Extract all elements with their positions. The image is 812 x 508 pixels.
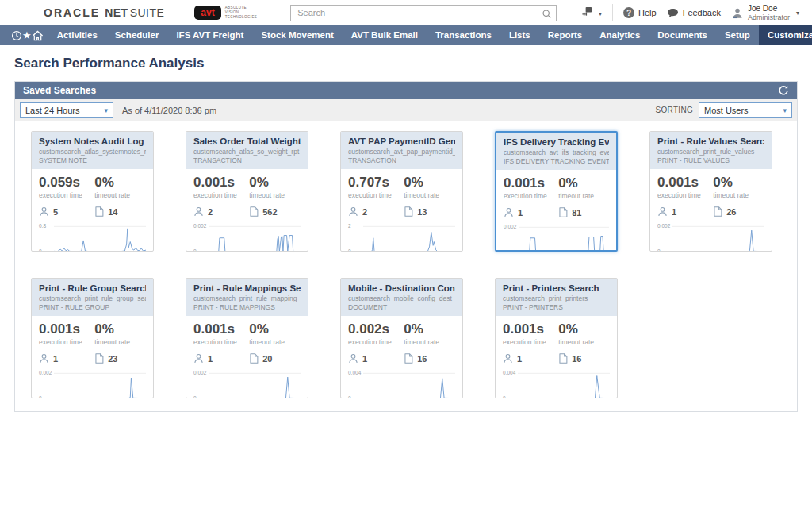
users-count: 1 bbox=[517, 354, 522, 364]
nav-item-lists[interactable]: Lists bbox=[500, 25, 539, 45]
nav-item-scheduler[interactable]: Scheduler bbox=[106, 25, 168, 45]
timeout-rate-value: 0% bbox=[94, 321, 146, 337]
timeout-rate-value: 0% bbox=[713, 175, 764, 190]
nav-item-stock-movement[interactable]: Stock Movement bbox=[252, 25, 342, 45]
top-header: ORACLE NET SUITE avt Absolute Vision Tec… bbox=[0, 0, 812, 25]
sparkline: 0.0020 bbox=[39, 369, 146, 398]
documents-count: 23 bbox=[108, 354, 117, 364]
execution-time-value: 0.002s bbox=[348, 321, 404, 337]
help-button[interactable]: ? Help bbox=[623, 7, 657, 18]
sparkline: 0.0020 bbox=[504, 223, 609, 252]
spark-ymin-label: 0 bbox=[504, 249, 517, 252]
execution-time-label: execution time bbox=[193, 338, 249, 346]
execution-time-label: execution time bbox=[39, 191, 94, 199]
users-icon bbox=[193, 206, 204, 217]
shortcuts-star-icon[interactable]: ★ bbox=[22, 25, 32, 45]
user-avatar-icon bbox=[731, 7, 744, 19]
sorting-select[interactable]: Most Users bbox=[699, 102, 792, 118]
spark-ymax-label: 0.002 bbox=[657, 223, 671, 229]
card-title: Print - Rule Values Search bbox=[657, 137, 764, 146]
global-search bbox=[290, 5, 557, 21]
search-card[interactable]: Print - Rule Group Searchcustomsearch_pr… bbox=[31, 278, 154, 398]
quick-add-icon[interactable] bbox=[581, 6, 602, 21]
nav-item-documents[interactable]: Documents bbox=[649, 25, 716, 45]
card-title: AVT PAP PaymentID Genera... bbox=[348, 137, 455, 146]
timeout-rate-label: timeout rate bbox=[404, 338, 455, 346]
card-record-type: DOCUMENT bbox=[348, 303, 455, 311]
user-menu[interactable]: Joe Doe Administrator bbox=[731, 4, 799, 21]
sparkline: 0.80 bbox=[39, 222, 146, 252]
user-name: Joe Doe bbox=[748, 4, 790, 13]
avt-logo: avt Absolute Vision Technologies bbox=[194, 6, 257, 20]
search-card[interactable]: AVT PAP PaymentID Genera...customsearch_… bbox=[340, 131, 463, 252]
search-card[interactable]: System Notes Audit Logcustomsearch_atlas… bbox=[31, 131, 154, 252]
sparkline-chart bbox=[209, 369, 301, 398]
time-range-select[interactable]: Last 24 Hours bbox=[20, 102, 113, 118]
nav-item-activities[interactable]: Activities bbox=[48, 25, 106, 45]
sorting-value: Most Users bbox=[704, 106, 749, 115]
recent-records-clock-icon[interactable] bbox=[11, 25, 22, 45]
nav-item-avt-bulk-email[interactable]: AVT Bulk Email bbox=[343, 25, 427, 45]
page-title: Search Performance Analysis bbox=[14, 56, 812, 71]
netsuite-logo-text: NET bbox=[105, 6, 128, 19]
search-card[interactable]: Sales Order Total Weightcustomsearch_atl… bbox=[186, 131, 308, 252]
search-card[interactable]: Print - Rule Values Searchcustomsearch_p… bbox=[649, 131, 772, 252]
execution-time-label: execution time bbox=[348, 338, 404, 346]
timeout-rate-value: 0% bbox=[94, 175, 146, 190]
sparkline: 20 bbox=[348, 222, 455, 252]
card-script-id: customsearch_avt_pap_paymentid_ge... bbox=[348, 148, 455, 156]
card-title: Print - Printers Search bbox=[503, 283, 610, 293]
card-script-id: customsearch_print_rule_group_search bbox=[39, 294, 146, 302]
panel-title: Saved Searches bbox=[23, 85, 96, 96]
nav-bar: ★ ActivitiesSchedulerIFS AVT FreightStoc… bbox=[0, 25, 812, 45]
card-script-id: customsearch_avt_ifs_tracking_event_1 bbox=[504, 148, 609, 156]
nav-item-ifs-avt-freight[interactable]: IFS AVT Freight bbox=[167, 25, 252, 45]
card-script-id: customsearch_print_rule_values bbox=[657, 148, 764, 156]
timeout-rate-value: 0% bbox=[558, 321, 610, 337]
feedback-button[interactable]: Feedback bbox=[667, 8, 721, 18]
card-record-type: SYSTEM NOTE bbox=[39, 156, 146, 164]
search-input[interactable] bbox=[290, 5, 557, 21]
sparkline: 0.0040 bbox=[503, 369, 610, 398]
nav-item-analytics[interactable]: Analytics bbox=[591, 25, 649, 45]
sparkline: 0.0020 bbox=[657, 222, 764, 252]
execution-time-value: 0.707s bbox=[348, 175, 404, 190]
spark-ymax-label: 0.8 bbox=[39, 223, 52, 229]
as-of-timestamp: As of 4/11/2020 8:36 pm bbox=[122, 106, 216, 115]
card-body: 0.002sexecution time0%timeout rate1160.0… bbox=[341, 316, 462, 398]
spark-ymin-label: 0 bbox=[348, 248, 362, 252]
card-record-type: PRINT - PRINTERS bbox=[503, 303, 610, 311]
execution-time-value: 0.001s bbox=[39, 321, 94, 337]
nav-item-reports[interactable]: Reports bbox=[539, 25, 591, 45]
sparkline-chart bbox=[54, 222, 146, 252]
documents-icon bbox=[94, 353, 104, 364]
documents-count: 16 bbox=[417, 354, 427, 364]
spark-ymax-label: 0.004 bbox=[503, 370, 516, 375]
refresh-icon[interactable] bbox=[778, 85, 789, 96]
home-icon[interactable] bbox=[32, 25, 44, 45]
card-body: 0.001sexecution time0%timeout rate1810.0… bbox=[496, 170, 616, 252]
search-card[interactable]: IFS Delivery Tracking Event ...customsea… bbox=[495, 131, 618, 252]
sorting-control: SORTING Most Users bbox=[656, 102, 792, 118]
search-card[interactable]: Print - Printers Searchcustomsearch_prin… bbox=[495, 278, 618, 398]
spark-ymin-label: 0 bbox=[657, 248, 671, 252]
saved-searches-panel: Saved Searches Last 24 Hours As of 4/11/… bbox=[14, 81, 798, 412]
card-record-type: PRINT - RULE GROUP bbox=[39, 303, 146, 311]
timeout-rate-value: 0% bbox=[558, 175, 609, 191]
timeout-rate-value: 0% bbox=[404, 321, 455, 337]
execution-time-value: 0.001s bbox=[503, 321, 558, 337]
sparkline-chart bbox=[519, 223, 609, 252]
card-body: 0.001sexecution time0%timeout rate1200.0… bbox=[186, 316, 308, 398]
nav-item-setup[interactable]: Setup bbox=[716, 25, 759, 45]
sparkline-chart bbox=[518, 369, 610, 398]
nav-item-customization[interactable]: Customization bbox=[759, 25, 812, 45]
search-icon[interactable] bbox=[542, 8, 552, 22]
nav-item-transactions[interactable]: Transactions bbox=[427, 25, 500, 45]
user-role: Administrator bbox=[748, 13, 790, 21]
search-card[interactable]: Print - Rule Mappings Searchcustomsearch… bbox=[186, 278, 308, 398]
timeout-rate-label: timeout rate bbox=[558, 338, 610, 346]
card-header: Sales Order Total Weightcustomsearch_atl… bbox=[186, 132, 308, 169]
search-card[interactable]: Mobile - Destination Config ...customsea… bbox=[340, 278, 463, 398]
card-header: Mobile - Destination Config ...customsea… bbox=[341, 279, 462, 316]
timeout-rate-label: timeout rate bbox=[94, 338, 146, 346]
